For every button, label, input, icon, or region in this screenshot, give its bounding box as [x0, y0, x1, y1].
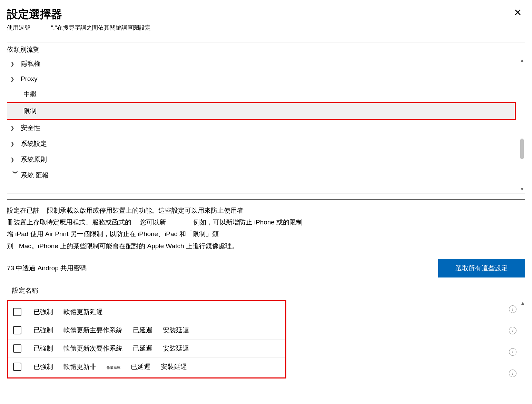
- setting-label: 已強制軟體更新次要作系統已延遲安裝延遲: [33, 344, 189, 353]
- setting-checkbox[interactable]: [13, 363, 21, 371]
- setting-checkbox[interactable]: [13, 326, 21, 334]
- desc-text: 限制承載以啟用或停用裝置上的功能。這些設定可以用來防止使用者: [47, 207, 244, 214]
- setting-checkbox[interactable]: [13, 308, 21, 316]
- setting-label-part: 已強制: [33, 362, 53, 371]
- info-icon[interactable]: i: [509, 348, 516, 356]
- settings-name-header: 設定名稱: [7, 286, 525, 295]
- hint-quote: ",": [51, 24, 57, 31]
- setting-label-part: 軟體更新主要作系統: [63, 326, 122, 335]
- setting-label: 已強制軟體更新主要作系統已延遲安裝延遲: [33, 326, 189, 335]
- tree-item-label: 安全性: [21, 123, 40, 132]
- desc-text: 別: [7, 242, 13, 250]
- setting-label-part: 已延遲: [133, 344, 152, 353]
- setting-row[interactable]: 已強制軟體更新次要作系統已延遲安裝延遲: [8, 339, 285, 357]
- tree-item-label: Proxy: [21, 75, 38, 83]
- chevron-right-icon[interactable]: ❯: [10, 125, 21, 131]
- tree-item-label: 系統原則: [21, 155, 47, 164]
- category-description: 設定在已註 限制承載以啟用或停用裝置上的功能。這些設定可以用來防止使用者 冊裝置…: [7, 205, 525, 252]
- list-scroll-up-icon[interactable]: ▲: [520, 300, 525, 306]
- tree-item-label: 限制: [23, 107, 37, 115]
- results-count: 73 中透過 Airdrop 共用密碼: [7, 264, 87, 273]
- scroll-thumb[interactable]: [520, 139, 524, 159]
- scroll-down-icon[interactable]: ▼: [520, 186, 524, 192]
- page-title: 設定選擇器: [7, 7, 151, 22]
- setting-label-part: 軟體更新非: [63, 362, 96, 371]
- chevron-right-icon[interactable]: ❯: [10, 141, 21, 147]
- tree-item-7[interactable]: ❯系統 匯報: [7, 168, 515, 183]
- info-icon[interactable]: i: [509, 305, 516, 313]
- desc-text: 增 iPad 使用 Air Print 另一個限制，以防止在 iPhone、iP…: [7, 228, 525, 240]
- setting-label-part: 已延遲: [133, 326, 152, 335]
- tree-item-6[interactable]: ❯系統原則: [7, 152, 515, 168]
- tree-item-1[interactable]: ❯Proxy: [7, 72, 515, 86]
- tree-item-2[interactable]: ❯中繼: [7, 86, 515, 102]
- category-tree: ❯隱私權❯Proxy❯中繼❯限制❯安全性❯系統設定❯系統原則❯系統 匯報: [7, 56, 525, 183]
- setting-label-part: 軟體更新次要作系統: [63, 344, 122, 353]
- desc-text: 例如，可以新增防止 iPhone 或的限制: [193, 219, 303, 226]
- setting-label-part: 已強制: [33, 326, 53, 335]
- setting-label: 已強制軟體更新延遲: [33, 307, 103, 316]
- setting-label-part: 安裝延遲: [163, 344, 189, 353]
- category-tree-scroll[interactable]: ❯隱私權❯Proxy❯中繼❯限制❯安全性❯系統設定❯系統原則❯系統 匯報 ▲ ▼: [7, 56, 525, 194]
- desc-text: Mac。iPhone 上的某些限制可能會在配對的 Apple Watch 上進行…: [19, 242, 238, 250]
- tree-item-4[interactable]: ❯安全性: [7, 120, 515, 136]
- chevron-right-icon[interactable]: ❯: [10, 76, 21, 82]
- tree-item-label: 隱私權: [21, 59, 40, 68]
- info-icon[interactable]: i: [509, 370, 516, 377]
- tree-scrollbar[interactable]: ▲ ▼: [519, 56, 524, 193]
- hint-suffix: 在搜尋字詞之間依其關鍵詞查閱設定: [57, 24, 151, 31]
- setting-label-part: 作業系統: [107, 365, 120, 370]
- setting-row[interactable]: 已強制軟體更新非作業系統已延遲安裝延遲: [8, 357, 285, 376]
- tree-item-3[interactable]: ❯限制: [7, 102, 516, 120]
- settings-list: 已強制軟體更新延遲已強制軟體更新主要作系統已延遲安裝延遲已強制軟體更新次要作系統…: [7, 300, 286, 378]
- info-icons-column: iiii: [509, 305, 516, 377]
- scroll-up-icon[interactable]: ▲: [520, 58, 524, 63]
- info-icon[interactable]: i: [509, 327, 516, 334]
- setting-row[interactable]: 已強制軟體更新延遲: [8, 303, 285, 321]
- browse-by-category-label: 依類別流覽: [7, 42, 525, 54]
- search-hint: 使用逗號","在搜尋字詞之間依其關鍵詞查閱設定: [7, 24, 151, 32]
- hint-prefix: 使用逗號: [7, 24, 30, 31]
- setting-label-part: 軟體更新延遲: [63, 307, 103, 316]
- setting-label-part: 已延遲: [131, 362, 150, 371]
- tree-item-0[interactable]: ❯隱私權: [7, 56, 515, 72]
- chevron-down-icon[interactable]: ❯: [13, 170, 18, 181]
- desc-text: 設定在已註: [7, 207, 40, 214]
- close-icon[interactable]: ✕: [510, 7, 525, 18]
- setting-label-part: 安裝延遲: [161, 362, 187, 371]
- section-divider: [7, 199, 525, 200]
- setting-checkbox[interactable]: [13, 344, 21, 353]
- setting-row[interactable]: 已強制軟體更新主要作系統已延遲安裝延遲: [8, 321, 285, 339]
- select-all-button[interactable]: 選取所有這些設定: [438, 259, 525, 277]
- setting-label: 已強制軟體更新非作業系統已延遲安裝延遲: [33, 362, 187, 371]
- setting-label-part: 已強制: [33, 307, 53, 316]
- setting-label-part: 安裝延遲: [163, 326, 189, 335]
- tree-item-label: 系統 匯報: [21, 171, 49, 180]
- chevron-right-icon[interactable]: ❯: [10, 61, 21, 67]
- tree-item-label: 中繼: [23, 90, 37, 99]
- tree-item-5[interactable]: ❯系統設定: [7, 136, 515, 152]
- chevron-right-icon[interactable]: ❯: [10, 157, 21, 162]
- setting-label-part: 已強制: [33, 344, 53, 353]
- tree-item-label: 系統設定: [21, 139, 47, 148]
- desc-text: 冊裝置上存取特定應用程式、服務或函式的 。您可以新: [7, 219, 166, 226]
